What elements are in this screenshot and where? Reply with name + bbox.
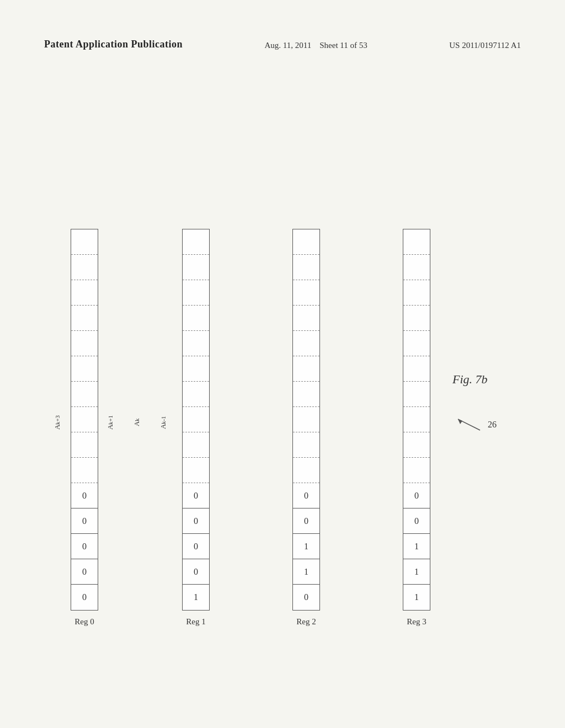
patent-number: US 2011/0197112 A1 (449, 41, 521, 50)
col-header-ak-1: Ak-1 (150, 403, 177, 442)
reg1-label: Reg 1 (182, 617, 210, 627)
reg0-cell-5 (71, 331, 98, 356)
reg1-group: 0 0 0 0 1 Reg 1 (182, 229, 210, 627)
reg0-cell-14: 0 (71, 559, 98, 585)
reg3-cell-13: 1 (403, 534, 430, 559)
reg0-cell-10 (71, 458, 98, 483)
reg1-cell-3 (183, 280, 209, 306)
reg2-label: Reg 2 (292, 617, 320, 627)
sheet-info: Sheet 11 of 53 (319, 41, 367, 50)
figure-label: Fig. 7b (452, 372, 488, 387)
reg0-cell-4 (71, 306, 98, 331)
reg2-cell-5 (293, 331, 319, 356)
reg3-cell-15: 1 (403, 585, 430, 610)
reg0-cell-11: 0 (71, 483, 98, 508)
reg3-cell-1 (403, 229, 430, 255)
reg1-cell-9 (183, 432, 209, 458)
reg1-cell-12: 0 (183, 508, 209, 534)
reg2-cell-9 (293, 432, 319, 458)
reg1-cell-14: 0 (183, 559, 209, 585)
reg0-cell-13: 0 (71, 534, 98, 559)
reg2-cell-13: 1 (293, 534, 319, 559)
reg1-cell-6 (183, 356, 209, 382)
reg0-group: 0 0 0 0 0 Reg 0 (71, 229, 98, 627)
reg1-stack: 0 0 0 0 1 (182, 229, 210, 611)
reg2-cell-6 (293, 356, 319, 382)
reg0-cell-6 (71, 356, 98, 382)
reg3-cell-2 (403, 255, 430, 280)
reg3-cell-4 (403, 306, 430, 331)
header-right: US 2011/0197112 A1 (449, 39, 521, 50)
reg0-cell-2 (71, 255, 98, 280)
reg3-group: 0 0 1 1 1 Reg 3 (403, 229, 430, 627)
reg3-cell-8 (403, 407, 430, 432)
reg1-cell-8 (183, 407, 209, 432)
reg0-cell-1 (71, 229, 98, 255)
reg0-cell-7 (71, 382, 98, 407)
patent-title: Patent Application Publication (44, 39, 183, 50)
reg2-cell-15: 0 (293, 585, 319, 610)
reg3-cell-11: 0 (403, 483, 430, 508)
reg1-cell-10 (183, 458, 209, 483)
ref-26: 26 (488, 420, 497, 430)
reg3-stack: 0 0 1 1 1 (403, 229, 430, 611)
page-header: Patent Application Publication Aug. 11, … (0, 39, 565, 50)
reg3-label: Reg 3 (403, 617, 430, 627)
arrow-icon (452, 416, 486, 433)
reg2-cell-11: 0 (293, 483, 319, 508)
reg1-cell-7 (183, 382, 209, 407)
reg0-cell-9 (71, 432, 98, 458)
reg2-cell-14: 1 (293, 559, 319, 585)
reg2-cell-4 (293, 306, 319, 331)
col-header-ak1: Ak+1 (97, 403, 124, 442)
reg0-cell-8 (71, 407, 98, 432)
reg1-cell-4 (183, 306, 209, 331)
header-left: Patent Application Publication (44, 39, 183, 50)
reg1-cell-2 (183, 255, 209, 280)
reg2-cell-7 (293, 382, 319, 407)
reg1-cell-15: 1 (183, 585, 209, 610)
reg2-cell-8 (293, 407, 319, 432)
col-header-ak: Ak (124, 403, 150, 442)
publication-date: Aug. 11, 2011 (265, 41, 312, 50)
reg2-cell-2 (293, 255, 319, 280)
reg3-cell-10 (403, 458, 430, 483)
reg0-label: Reg 0 (71, 617, 98, 627)
reg2-stack: 0 0 1 1 0 (292, 229, 320, 611)
reg2-group: 0 0 1 1 0 Reg 2 (292, 229, 320, 627)
reg1-cell-5 (183, 331, 209, 356)
reg0-stack: 0 0 0 0 0 (71, 229, 98, 611)
reg3-cell-14: 1 (403, 559, 430, 585)
reg1-cell-1 (183, 229, 209, 255)
reg2-cell-1 (293, 229, 319, 255)
reg3-cell-6 (403, 356, 430, 382)
col-header-ak3: Ak+3 (44, 403, 71, 442)
reg0-cell-15: 0 (71, 585, 98, 610)
reference-number-group: 26 (452, 416, 497, 433)
reg3-cell-9 (403, 432, 430, 458)
column-headers: Ak+3 Ak+2 Ak+1 Ak Ak-1 (44, 403, 177, 442)
reg1-cell-13: 0 (183, 534, 209, 559)
header-center: Aug. 11, 2011 Sheet 11 of 53 (265, 39, 367, 50)
reg1-cell-11: 0 (183, 483, 209, 508)
reg0-cell-12: 0 (71, 508, 98, 534)
reg2-cell-12: 0 (293, 508, 319, 534)
reg2-cell-3 (293, 280, 319, 306)
reg3-cell-7 (403, 382, 430, 407)
reg0-cell-3 (71, 280, 98, 306)
reg2-cell-10 (293, 458, 319, 483)
reg3-cell-3 (403, 280, 430, 306)
reg3-cell-5 (403, 331, 430, 356)
reg3-cell-12: 0 (403, 508, 430, 534)
